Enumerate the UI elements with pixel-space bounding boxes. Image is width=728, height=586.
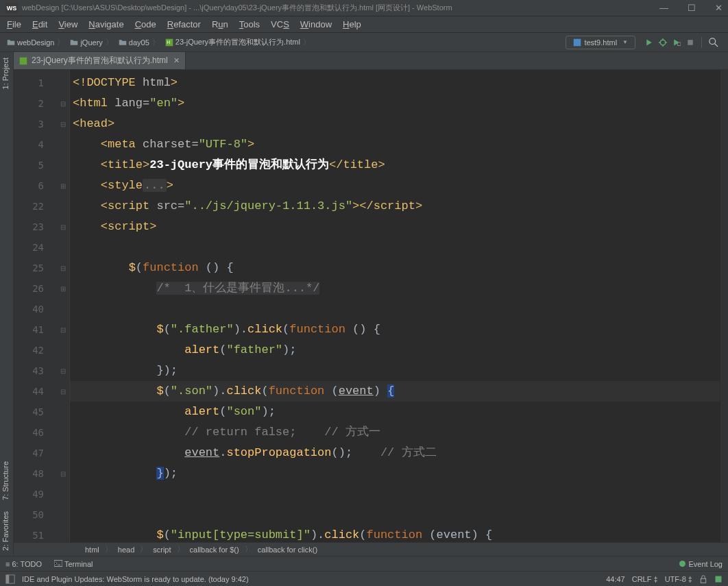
fold-toggle-icon[interactable]: ⊞ <box>56 278 69 299</box>
fold-toggle-icon[interactable]: ⊟ <box>56 258 69 278</box>
editor-tab[interactable]: 23-jQuery事件的冒泡和默认行为.html ✕ <box>14 52 186 69</box>
status-bar: IDE and Plugin Updates: WebStorm is read… <box>0 571 728 586</box>
inspector-icon[interactable] <box>714 575 723 583</box>
window-title: webDesign [C:\Users\ASUS\Desktop\webDesi… <box>22 3 452 13</box>
tool-window-event-log[interactable]: Event Log <box>679 560 723 568</box>
left-tool-strip: 1: Project 7: Structure 2: Favorites <box>0 52 14 556</box>
fold-toggle-icon[interactable]: ⊟ <box>56 381 69 402</box>
line-separator[interactable]: CRLF ‡ <box>632 575 658 583</box>
menu-help[interactable]: Help <box>337 19 367 29</box>
svg-point-3 <box>660 40 666 45</box>
html-icon <box>19 57 27 65</box>
breadcrumb-node[interactable]: script <box>150 546 173 554</box>
status-message: IDE and Plugin Updates: WebStorm is read… <box>22 575 249 583</box>
tool-window-project[interactable]: 1: Project <box>0 52 13 95</box>
divider <box>701 37 702 48</box>
tool-window-structure[interactable]: 7: Structure <box>0 456 13 506</box>
menu-edit[interactable]: Edit <box>27 19 53 29</box>
svg-rect-12 <box>716 576 722 582</box>
svg-rect-4 <box>678 42 681 46</box>
minimize-icon[interactable]: — <box>659 3 668 13</box>
line-number-gutter: 1 2 3 4 5 6 22 23 24 25 26 40 41 42 43 4… <box>14 70 56 542</box>
editor-tabs: 23-jQuery事件的冒泡和默认行为.html ✕ <box>14 52 728 70</box>
menu-view[interactable]: View <box>53 19 83 29</box>
menu-window[interactable]: Window <box>295 19 337 29</box>
tool-window-terminal[interactable]: Terminal <box>54 560 93 568</box>
fold-gutter: ⊟ ⊟ ⊞ ⊟ ⊟ ⊞ ⊟ ⊟ ⊟ ⊟ <box>56 70 70 542</box>
debug-icon[interactable] <box>659 38 667 47</box>
svg-text:H: H <box>167 40 170 45</box>
code-editor[interactable]: 1 2 3 4 5 6 22 23 24 25 26 40 41 42 43 4… <box>14 70 728 542</box>
notification-badge <box>679 561 685 567</box>
app-icon: WS <box>5 3 18 14</box>
window-controls: — ☐ ✕ <box>659 3 723 13</box>
breadcrumb-item[interactable]: H 23-jQuery事件的冒泡和默认行为.html〉 <box>162 37 313 47</box>
menu-navigate[interactable]: Navigate <box>83 19 129 29</box>
search-icon[interactable] <box>709 38 718 47</box>
breadcrumb-item[interactable]: day05〉 <box>116 37 162 47</box>
file-encoding[interactable]: UTF-8 ‡ <box>665 575 692 583</box>
svg-rect-11 <box>701 578 706 583</box>
menu-run[interactable]: Run <box>206 19 234 29</box>
vertical-scrollbar[interactable] <box>720 70 728 542</box>
menu-code[interactable]: Code <box>130 19 162 29</box>
breadcrumb-item[interactable]: webDesign〉 <box>4 37 67 47</box>
fold-toggle-icon[interactable]: ⊟ <box>56 361 69 381</box>
breadcrumb-node[interactable]: callback for click() <box>255 546 320 554</box>
tool-window-todo[interactable]: ≡ 6: TODO <box>5 560 42 568</box>
code-breadcrumb: html〉 head〉 script〉 callback for $()〉 ca… <box>14 542 728 556</box>
svg-rect-10 <box>6 574 9 583</box>
run-icon[interactable] <box>645 38 653 47</box>
run-configuration-selector[interactable]: test9.html ▼ <box>566 36 635 49</box>
folder-icon <box>7 38 15 47</box>
breadcrumb-item[interactable]: jQuery〉 <box>67 37 115 47</box>
bottom-tool-strip: ≡ 6: TODO Terminal Event Log <box>0 556 728 571</box>
svg-rect-7 <box>20 57 27 64</box>
lock-icon[interactable] <box>699 575 707 583</box>
close-icon[interactable]: ✕ <box>715 3 723 13</box>
menu-file[interactable]: File <box>1 19 27 29</box>
fold-toggle-icon[interactable]: ⊟ <box>56 93 69 114</box>
run-with-coverage-icon[interactable] <box>672 38 681 47</box>
folder-icon <box>119 38 127 47</box>
fold-toggle-icon[interactable]: ⊟ <box>56 463 69 484</box>
menu-bar: File Edit View Navigate Code Refactor Ru… <box>0 16 728 33</box>
maximize-icon[interactable]: ☐ <box>688 3 696 13</box>
chevron-down-icon: ▼ <box>622 39 628 45</box>
svg-rect-2 <box>574 38 581 46</box>
title-bar: WS webDesign [C:\Users\ASUS\Desktop\webD… <box>0 0 728 16</box>
menu-vcs[interactable]: VCS <box>265 19 295 29</box>
menu-refactor[interactable]: Refactor <box>162 19 206 29</box>
stop-icon[interactable] <box>686 38 694 47</box>
svg-point-6 <box>709 38 716 44</box>
tab-close-icon[interactable]: ✕ <box>173 56 180 65</box>
main-panel: 1: Project 7: Structure 2: Favorites 23-… <box>0 52 728 556</box>
folder-icon <box>70 38 78 47</box>
svg-rect-5 <box>688 40 693 45</box>
fold-toggle-icon[interactable]: ⊞ <box>56 175 69 196</box>
menu-tools[interactable]: Tools <box>234 19 265 29</box>
html-icon: H <box>165 38 173 47</box>
tool-window-favorites[interactable]: 2: Favorites <box>0 506 13 556</box>
terminal-icon <box>54 560 62 567</box>
navigation-bar: webDesign〉 jQuery〉 day05〉 H 23-jQuery事件的… <box>0 33 728 52</box>
status-icon[interactable] <box>5 574 15 584</box>
code-content[interactable]: <!DOCTYPE html> <html lang="en"> <head> … <box>70 70 720 542</box>
cursor-position[interactable]: 44:47 <box>606 575 625 583</box>
html-icon <box>573 38 581 47</box>
breadcrumb-node[interactable]: callback for $() <box>187 546 242 554</box>
fold-toggle-icon[interactable]: ⊟ <box>56 319 69 340</box>
fold-toggle-icon[interactable]: ⊟ <box>56 114 69 134</box>
editor-area: 23-jQuery事件的冒泡和默认行为.html ✕ 1 2 3 4 5 6 2… <box>14 52 728 556</box>
fold-toggle-icon[interactable]: ⊟ <box>56 217 69 237</box>
breadcrumb-node[interactable]: head <box>115 546 137 554</box>
breadcrumb-node[interactable]: html <box>82 546 102 554</box>
